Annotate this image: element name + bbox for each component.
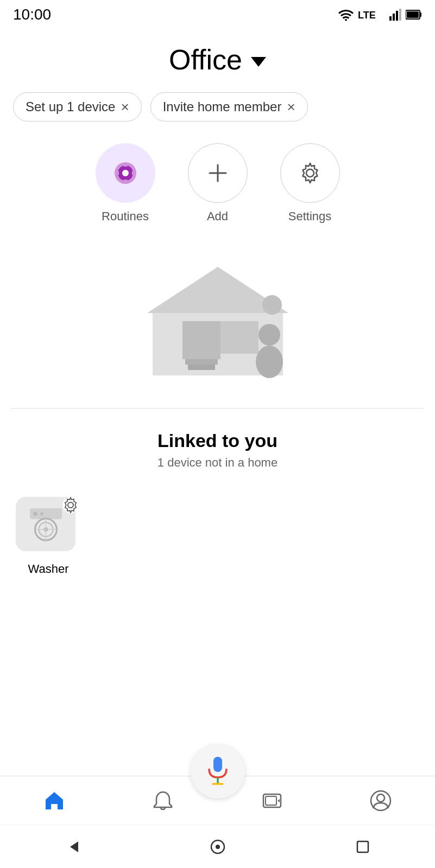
- svg-rect-21: [182, 321, 220, 359]
- routines-action[interactable]: Routines: [96, 143, 155, 224]
- recents-icon: [355, 839, 371, 855]
- svg-marker-47: [70, 841, 78, 852]
- nav-profile[interactable]: [326, 790, 435, 812]
- invite-member-chip[interactable]: Invite home member ×: [150, 92, 308, 122]
- media-nav-icon: [261, 790, 283, 812]
- invite-member-close-icon[interactable]: ×: [287, 100, 295, 114]
- invite-member-label: Invite home member: [163, 99, 282, 114]
- battery-icon: [406, 9, 422, 21]
- setup-device-close-icon[interactable]: ×: [121, 100, 129, 114]
- linked-title: Linked to you: [157, 430, 278, 451]
- signal-icon: [389, 9, 401, 21]
- devices-grid: Washer: [0, 497, 435, 576]
- svg-text:LTE: LTE: [358, 10, 376, 21]
- lte-icon: LTE: [358, 9, 385, 21]
- home-illustration-svg: [131, 251, 305, 392]
- svg-point-36: [40, 512, 43, 515]
- svg-point-26: [256, 346, 283, 378]
- home-button[interactable]: [193, 833, 242, 860]
- settings-action[interactable]: Settings: [280, 143, 340, 224]
- svg-point-35: [33, 512, 37, 516]
- svg-point-18: [306, 169, 314, 177]
- header[interactable]: Office: [0, 27, 435, 87]
- svg-rect-7: [420, 12, 421, 17]
- add-label: Add: [207, 209, 228, 224]
- notification-nav-icon: [152, 790, 174, 812]
- back-icon: [65, 839, 81, 855]
- svg-rect-39: [213, 757, 222, 772]
- status-bar: 10:00 LTE: [0, 0, 435, 27]
- svg-point-27: [262, 295, 282, 315]
- add-icon: [207, 162, 229, 184]
- add-action[interactable]: Add: [188, 143, 248, 224]
- svg-rect-23: [185, 359, 218, 365]
- svg-rect-43: [266, 796, 276, 805]
- dropdown-arrow-icon: [251, 57, 266, 67]
- android-nav: [0, 825, 435, 868]
- svg-rect-2: [389, 16, 392, 21]
- svg-point-37: [62, 497, 79, 513]
- home-title[interactable]: Office: [169, 43, 266, 76]
- svg-point-11: [122, 170, 129, 176]
- settings-icon: [299, 162, 321, 184]
- svg-rect-8: [407, 11, 419, 18]
- setup-device-label: Set up 1 device: [26, 99, 115, 114]
- washer-icon-container: [16, 497, 81, 557]
- routines-circle: [96, 143, 155, 203]
- svg-point-49: [216, 845, 220, 849]
- svg-marker-44: [278, 799, 280, 802]
- android-home-icon: [210, 839, 226, 855]
- nav-home[interactable]: [0, 790, 109, 812]
- svg-rect-3: [393, 14, 395, 21]
- linked-subtitle: 1 device not in a home: [157, 456, 278, 470]
- empty-home-illustration: [0, 240, 435, 408]
- status-icons: LTE: [338, 9, 422, 21]
- wifi-icon: [338, 9, 354, 21]
- mic-button-container: [191, 744, 245, 804]
- svg-rect-50: [357, 841, 368, 852]
- linked-section: Linked to you 1 device not in a home: [0, 409, 435, 497]
- svg-point-46: [377, 794, 384, 802]
- back-button[interactable]: [48, 833, 97, 860]
- washer-label: Washer: [28, 562, 69, 576]
- washer-device[interactable]: Washer: [13, 497, 84, 576]
- routines-label: Routines: [102, 209, 149, 224]
- setup-device-chip[interactable]: Set up 1 device ×: [13, 92, 142, 122]
- settings-circle: [280, 143, 340, 203]
- svg-rect-24: [188, 365, 215, 370]
- device-settings-badge: [60, 495, 81, 515]
- routines-icon: [111, 159, 140, 187]
- settings-label: Settings: [288, 209, 332, 224]
- svg-rect-4: [396, 11, 398, 21]
- mic-icon: [206, 756, 230, 787]
- chips-row: Set up 1 device × Invite home member ×: [0, 87, 435, 132]
- device-settings-icon: [62, 496, 79, 514]
- home-nav-icon: [43, 790, 65, 812]
- actions-row: Routines Add Settings: [0, 132, 435, 240]
- svg-point-0: [345, 19, 347, 21]
- profile-nav-icon: [370, 790, 392, 812]
- add-circle: [188, 143, 248, 203]
- status-time: 10:00: [13, 6, 51, 23]
- recents-button[interactable]: [338, 833, 387, 860]
- mic-button[interactable]: [191, 744, 245, 799]
- svg-point-25: [259, 324, 280, 346]
- svg-rect-5: [399, 9, 401, 21]
- home-title-text: Office: [169, 43, 242, 76]
- svg-rect-22: [220, 321, 259, 354]
